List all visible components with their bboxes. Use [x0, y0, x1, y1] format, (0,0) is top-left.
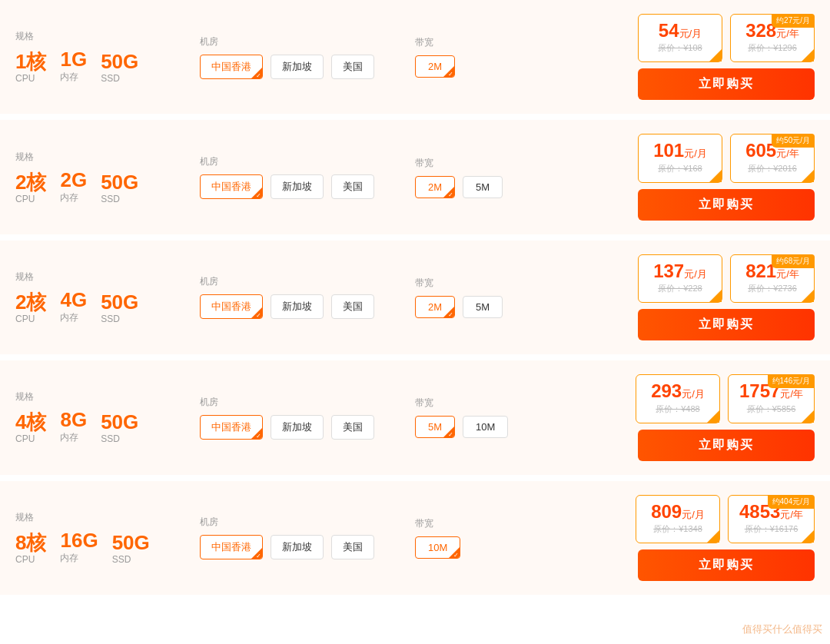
- datacenter-新加坡[interactable]: 新加坡: [271, 415, 324, 440]
- datacenter-美国[interactable]: 美国: [331, 294, 374, 319]
- bandwidth-label: 带宽: [415, 157, 569, 170]
- price-cards: 809元/月原价：¥1348约404元/月4853元/年原价：¥16176: [636, 495, 815, 543]
- datacenter-美国[interactable]: 美国: [331, 415, 374, 440]
- price-monthly-value: 54元/月: [649, 21, 711, 41]
- price-yearly-original: 原价：¥16176: [739, 523, 803, 535]
- datacenter-中国香港[interactable]: 中国香港: [200, 294, 263, 319]
- price-card-yearly[interactable]: 约27元/月328元/年原价：¥1296: [730, 14, 815, 62]
- bandwidth-section-3: 带宽2M5M: [415, 277, 569, 318]
- buy-button[interactable]: 立即购买: [638, 68, 815, 100]
- spec-label: 规格: [15, 30, 200, 43]
- price-section-4: 293元/月原价：¥488约146元/月1757元/年原价：¥5856立即购买: [569, 374, 815, 460]
- memory-spec: 2G内存: [60, 170, 87, 204]
- bandwidth-2M[interactable]: 2M: [415, 296, 455, 318]
- price-card-yearly[interactable]: 约404元/月4853元/年原价：¥16176: [728, 495, 815, 543]
- cpu-value: 2核: [15, 292, 46, 312]
- spec-section-2: 规格2核CPU2G内存50GSSD: [15, 151, 200, 204]
- datacenter-美国[interactable]: 美国: [331, 55, 374, 79]
- storage-label: SSD: [101, 194, 120, 204]
- buy-button[interactable]: 立即购买: [638, 189, 815, 221]
- bandwidth-5M[interactable]: 5M: [463, 296, 503, 318]
- datacenter-中国香港[interactable]: 中国香港: [200, 535, 263, 559]
- storage-label: SSD: [112, 554, 131, 565]
- price-monthly-original: 原价：¥168: [649, 163, 711, 174]
- datacenter-美国[interactable]: 美国: [331, 535, 374, 559]
- datacenter-label: 机房: [200, 35, 415, 48]
- memory-spec: 4G内存: [60, 290, 87, 324]
- spec-label: 规格: [15, 151, 200, 164]
- storage-label: SSD: [101, 73, 120, 84]
- cpu-value: 8核: [15, 533, 46, 553]
- storage-spec: 50GSSD: [101, 292, 138, 324]
- cpu-spec: 8核CPU: [15, 533, 46, 565]
- bandwidth-10M[interactable]: 10M: [463, 416, 508, 438]
- datacenter-新加坡[interactable]: 新加坡: [271, 535, 324, 559]
- datacenter-中国香港[interactable]: 中国香港: [200, 415, 263, 440]
- datacenter-新加坡[interactable]: 新加坡: [271, 294, 324, 319]
- price-card-monthly[interactable]: 101元/月原价：¥168: [638, 134, 722, 182]
- cpu-value: 4核: [15, 412, 46, 432]
- price-tag-yearly: 约27元/月: [772, 14, 815, 28]
- price-tag-yearly: 约404元/月: [768, 495, 815, 509]
- product-row-5: 规格8核CPU16G内存50GSSD机房中国香港新加坡美国带宽10M809元/月…: [0, 481, 830, 601]
- datacenter-options: 中国香港新加坡美国: [200, 174, 415, 199]
- storage-spec: 50GSSD: [101, 412, 138, 444]
- spec-section-5: 规格8核CPU16G内存50GSSD: [15, 511, 200, 565]
- cpu-value: 2核: [15, 172, 46, 192]
- memory-label: 内存: [60, 71, 78, 84]
- cpu-spec: 2核CPU: [15, 292, 46, 324]
- bandwidth-options: 2M5M: [415, 176, 569, 198]
- datacenter-新加坡[interactable]: 新加坡: [271, 55, 324, 79]
- datacenter-label: 机房: [200, 275, 415, 288]
- price-card-yearly[interactable]: 约146元/月1757元/年原价：¥5856: [728, 374, 815, 423]
- price-card-monthly[interactable]: 293元/月原价：¥488: [636, 374, 720, 423]
- price-monthly-value: 809元/月: [647, 502, 709, 522]
- cpu-spec: 2核CPU: [15, 172, 46, 204]
- datacenter-label: 机房: [200, 516, 415, 529]
- buy-button[interactable]: 立即购买: [638, 309, 815, 340]
- price-cards: 101元/月原价：¥168约50元/月605元/年原价：¥2016: [638, 134, 815, 182]
- price-card-yearly[interactable]: 约68元/月821元/年原价：¥2736: [730, 254, 815, 303]
- memory-value: 1G: [60, 49, 87, 69]
- memory-value: 2G: [60, 170, 87, 190]
- datacenter-中国香港[interactable]: 中国香港: [200, 55, 263, 79]
- bandwidth-2M[interactable]: 2M: [415, 55, 455, 78]
- spec-values: 8核CPU16G内存50GSSD: [15, 530, 200, 565]
- spec-label: 规格: [15, 271, 200, 284]
- datacenter-label: 机房: [200, 155, 415, 168]
- price-yearly-original: 原价：¥2016: [742, 163, 803, 174]
- cpu-value: 1核: [15, 51, 46, 71]
- bandwidth-section-1: 带宽2M: [415, 36, 569, 78]
- spec-values: 2核CPU2G内存50GSSD: [15, 170, 200, 204]
- memory-label: 内存: [60, 311, 78, 324]
- product-row-3: 规格2核CPU4G内存50GSSD机房中国香港新加坡美国带宽2M5M137元/月…: [0, 241, 830, 360]
- bandwidth-label: 带宽: [415, 277, 569, 290]
- price-tag-yearly: 约68元/月: [772, 254, 815, 268]
- price-card-yearly[interactable]: 约50元/月605元/年原价：¥2016: [730, 134, 815, 182]
- price-card-monthly[interactable]: 809元/月原价：¥1348: [636, 495, 720, 543]
- memory-spec: 16G内存: [60, 530, 98, 565]
- price-section-2: 101元/月原价：¥168约50元/月605元/年原价：¥2016立即购买: [569, 134, 815, 220]
- buy-button[interactable]: 立即购买: [638, 430, 815, 461]
- cpu-label: CPU: [15, 554, 35, 565]
- datacenter-options: 中国香港新加坡美国: [200, 535, 415, 559]
- datacenter-section-3: 机房中国香港新加坡美国: [200, 275, 415, 319]
- bandwidth-5M[interactable]: 5M: [415, 416, 455, 438]
- bandwidth-section-4: 带宽5M10M: [415, 397, 569, 438]
- cpu-label: CPU: [15, 194, 35, 204]
- datacenter-中国香港[interactable]: 中国香港: [200, 174, 263, 199]
- price-yearly-original: 原价：¥1296: [742, 42, 803, 54]
- datacenter-美国[interactable]: 美国: [331, 174, 374, 199]
- bandwidth-10M[interactable]: 10M: [415, 536, 460, 559]
- price-card-monthly[interactable]: 54元/月原价：¥108: [638, 14, 722, 62]
- bandwidth-2M[interactable]: 2M: [415, 176, 455, 198]
- bandwidth-label: 带宽: [415, 517, 569, 530]
- price-card-monthly[interactable]: 137元/月原价：¥228: [638, 254, 722, 303]
- bandwidth-5M[interactable]: 5M: [463, 176, 503, 198]
- spec-label: 规格: [15, 390, 200, 403]
- product-row-4: 规格4核CPU8G内存50GSSD机房中国香港新加坡美国带宽5M10M293元/…: [0, 360, 830, 480]
- storage-value: 50G: [112, 533, 150, 553]
- price-monthly-value: 137元/月: [649, 261, 711, 281]
- buy-button[interactable]: 立即购买: [638, 549, 815, 581]
- datacenter-新加坡[interactable]: 新加坡: [271, 174, 324, 199]
